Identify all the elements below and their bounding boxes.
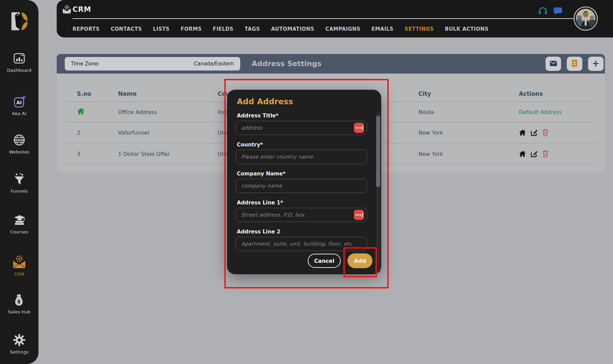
sidebar-item-crm[interactable]: CRM <box>0 254 38 277</box>
delete-trash-icon[interactable] <box>542 150 549 158</box>
toolbar-buttons: + <box>546 57 604 71</box>
field-label: Country* <box>235 142 367 148</box>
nav-tab-reports[interactable]: REPORTS <box>73 26 100 32</box>
envelope-icon <box>550 61 557 67</box>
autofill-extension-icon[interactable] <box>354 123 364 133</box>
sidebar-item-dashboard[interactable]: Dashboard <box>0 51 38 73</box>
col-header-city: City <box>418 90 431 97</box>
set-default-home-icon[interactable] <box>519 129 526 136</box>
nav-tab-settings[interactable]: SETTINGS <box>405 26 434 32</box>
nav-tab-bulk-actions[interactable]: BULK ACTIONS <box>445 26 489 32</box>
nav-tab-automations[interactable]: AUTOMATIONS <box>271 26 314 32</box>
kea-logo-icon[interactable] <box>0 11 38 32</box>
address-city: Noida <box>418 109 434 115</box>
address-line1-field-group: Address Line 1* <box>235 200 367 222</box>
sidebar: Dashboard AI Kea AI WWW <box>0 0 38 364</box>
sidebar-item-label: Funnels <box>0 189 38 194</box>
company-name-field-group: Company Name* <box>235 171 367 193</box>
crm-app-icon <box>62 4 72 16</box>
address-city: New York <box>418 130 443 136</box>
field-label: Company Name* <box>235 171 367 177</box>
timezone-label: Time Zone: <box>71 61 100 67</box>
nav-tab-campaigns[interactable]: CAMPAIGNS <box>325 26 360 32</box>
cancel-button[interactable]: Cancel <box>308 254 341 268</box>
plus-icon: + <box>592 59 600 68</box>
delete-trash-icon[interactable] <box>542 129 549 136</box>
address-title-input[interactable] <box>235 121 367 135</box>
nav-tab-forms[interactable]: FORMS <box>180 26 201 32</box>
col-header-sno: S.no <box>77 90 91 97</box>
sidebar-item-label: Courses <box>0 229 38 234</box>
nav-tab-tags[interactable]: TAGS <box>245 26 260 32</box>
autofill-extension-icon[interactable] <box>354 210 364 220</box>
edit-icon[interactable] <box>530 129 538 136</box>
timezone-value: Canada/Eastern <box>194 61 234 67</box>
avatar-photo <box>576 9 595 28</box>
sidebar-item-label: Kea AI <box>0 111 38 116</box>
sidebar-item-websites[interactable]: WWW Websites <box>0 132 38 155</box>
field-label: Address Line 1* <box>235 200 367 206</box>
sidebar-item-settings[interactable]: Settings <box>0 332 38 355</box>
dashboard-icon <box>0 51 38 66</box>
top-header: CRM REPORTS CONTACTS LISTS FORMS FIELDS … <box>57 0 613 37</box>
sidebar-item-kea-ai[interactable]: AI Kea AI <box>0 94 38 116</box>
sidebar-item-funnels[interactable]: Funnels <box>0 171 38 194</box>
country-input[interactable] <box>235 150 367 164</box>
add-address-button[interactable]: + <box>588 57 604 71</box>
company-name-input[interactable] <box>235 179 367 193</box>
svg-text:AI: AI <box>16 100 22 105</box>
modal-scrollbar-thumb[interactable] <box>376 116 380 187</box>
edit-icon[interactable] <box>530 150 538 158</box>
add-address-modal: Add Address Address Title* Country* Comp… <box>227 90 381 274</box>
contact-card-button[interactable] <box>567 57 582 71</box>
add-button[interactable]: Add <box>347 253 372 268</box>
address-city: New York <box>418 151 443 157</box>
address-line2-input[interactable] <box>235 237 367 251</box>
address-line2-field-group: Address Line 2 <box>235 229 367 251</box>
svg-text:WWW: WWW <box>14 139 24 142</box>
address-name: 1 Dollar Steal Offer <box>118 151 170 157</box>
set-default-home-icon[interactable] <box>519 150 526 157</box>
sidebar-item-label: Sales Hub <box>0 309 38 314</box>
modal-scrollbar-track[interactable] <box>376 111 380 273</box>
address-line1-input[interactable] <box>235 208 367 222</box>
timezone-select[interactable]: Time Zone: Canada/Eastern <box>65 57 240 71</box>
main-nav: REPORTS CONTACTS LISTS FORMS FIELDS TAGS… <box>73 22 489 36</box>
money-bag-icon: $ <box>0 292 38 308</box>
app-root: Dashboard AI Kea AI WWW <box>0 0 613 364</box>
sidebar-item-label: Settings <box>0 349 38 355</box>
globe-www-icon: WWW <box>0 132 38 148</box>
nav-tab-fields[interactable]: FIELDS <box>213 26 233 32</box>
sidebar-item-label: Dashboard <box>0 68 38 73</box>
sidebar-item-sales-hub[interactable]: $ Sales Hub <box>0 292 38 314</box>
funnel-icon <box>0 171 38 187</box>
sidebar-item-courses[interactable]: Courses <box>0 212 38 234</box>
row-sno: 2 <box>77 130 80 136</box>
row-sno: 3 <box>77 151 80 157</box>
modal-title: Add Address <box>235 97 367 106</box>
col-header-actions: Actions <box>519 90 543 97</box>
field-label: Address Title* <box>235 113 367 119</box>
modal-footer: Cancel Add <box>308 253 372 268</box>
country-field-group: Country* <box>235 142 367 164</box>
sidebar-item-label: CRM <box>0 272 38 277</box>
gear-icon <box>0 332 38 348</box>
headphones-support-icon[interactable] <box>538 6 548 17</box>
user-avatar[interactable] <box>574 6 598 31</box>
nav-tab-contacts[interactable]: CONTACTS <box>111 26 142 32</box>
app-title: CRM <box>73 5 91 13</box>
default-home-icon <box>77 108 85 116</box>
col-header-name: Name <box>118 90 137 97</box>
contact-card-icon <box>572 60 577 68</box>
header-divider <box>73 18 574 19</box>
email-settings-button[interactable] <box>546 57 561 71</box>
address-name: Vaforfunnel <box>118 130 149 136</box>
graduation-books-icon <box>0 212 38 228</box>
settings-toolbar: Time Zone: Canada/Eastern Address Settin… <box>57 54 605 74</box>
chat-bubble-icon[interactable] <box>553 7 562 17</box>
field-label: Address Line 2 <box>235 229 367 235</box>
address-title-field-group: Address Title* <box>235 113 367 135</box>
page-title: Address Settings <box>252 54 322 74</box>
nav-tab-emails[interactable]: EMAILS <box>371 26 393 32</box>
nav-tab-lists[interactable]: LISTS <box>153 26 170 32</box>
